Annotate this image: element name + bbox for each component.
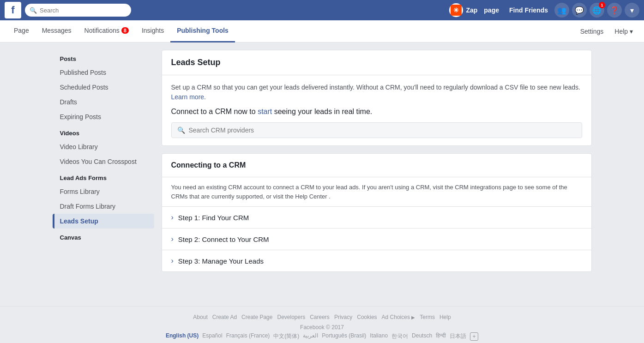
zap-icon: ✳ [453, 6, 459, 14]
user-name-label: Zap [466, 6, 477, 14]
crm-search-input[interactable] [189, 126, 576, 134]
footer-lang-hindi[interactable]: हिन्दी [436, 332, 446, 341]
chevron-down-icon: ▾ [630, 6, 634, 15]
crm-search-icon: 🔍 [177, 126, 185, 134]
help-icon: ❓ [610, 6, 619, 15]
footer-lang-english[interactable]: English (US) [166, 332, 199, 341]
crm-search-container[interactable]: 🔍 [171, 122, 582, 138]
globe-badge: 1 [599, 2, 605, 8]
footer-help-link[interactable]: Help [439, 314, 451, 320]
step3-chevron-icon: › [171, 257, 174, 265]
main-layout: Posts Published Posts Scheduled Posts Dr… [45, 42, 599, 306]
top-bar-right: ✳ Zap page Find Friends 👥 💬 🌐 1 ❓ ▾ [449, 3, 639, 18]
step2-row[interactable]: › Step 2: Connect to Your CRM [162, 229, 591, 250]
leads-setup-description: Set up a CRM so that you can get your le… [171, 83, 582, 102]
crm-integrations-link[interactable]: CRM integrations page [455, 184, 516, 191]
help-link[interactable]: Help ▾ [611, 28, 637, 35]
leads-setup-body: Set up a CRM so that you can get your le… [162, 75, 591, 145]
settings-link[interactable]: Settings [577, 28, 608, 35]
home-link[interactable]: page [480, 5, 503, 16]
sidebar-item-scheduled-posts[interactable]: Scheduled Posts [53, 80, 154, 95]
learn-more-link[interactable]: Learn more [171, 93, 205, 101]
tab-page[interactable]: Page [7, 20, 36, 42]
footer-ad-choices-link[interactable]: Ad Choices ▶ [382, 314, 415, 320]
connecting-crm-header: Connecting to a CRM [162, 154, 591, 177]
connecting-crm-description: You need an existing CRM account to conn… [162, 177, 591, 207]
secondary-navigation: Page Messages Notifications 8 Insights P… [0, 20, 644, 42]
footer-careers-link[interactable]: Careers [310, 314, 330, 320]
step1-chevron-icon: › [171, 213, 174, 222]
friend-requests-icon: 👥 [557, 6, 566, 15]
footer-lang-portuguese[interactable]: Português (Brasil) [322, 332, 366, 341]
leads-setup-title: Leads Setup [171, 58, 582, 67]
connect-text: Connect to a CRM now to start seeing you… [171, 108, 582, 116]
footer-about-link[interactable]: About [193, 314, 207, 320]
notifications-badge: 8 [121, 27, 129, 34]
step3-row[interactable]: › Step 3: Manage Your Leads [162, 250, 591, 271]
footer-lang-italian[interactable]: Italiano [370, 332, 388, 341]
footer-copyright: Facebook © 2017 [7, 324, 637, 331]
connecting-crm-card: Connecting to a CRM You need an existing… [162, 153, 592, 272]
footer-languages: English (US) Español Français (France) 中… [7, 332, 637, 341]
sidebar-item-forms-library[interactable]: Forms Library [53, 184, 154, 199]
search-bar[interactable]: 🔍 [25, 4, 131, 17]
account-menu-button[interactable]: ▾ [625, 3, 639, 18]
find-friends-link[interactable]: Find Friends [506, 5, 552, 16]
footer-lang-chinese[interactable]: 中文(简体) [273, 332, 299, 341]
sidebar-item-expiring-posts[interactable]: Expiring Posts [53, 109, 154, 124]
footer-privacy-link[interactable]: Privacy [334, 314, 352, 320]
step2-chevron-icon: › [171, 235, 174, 243]
sidebar-item-published-posts[interactable]: Published Posts [53, 65, 154, 80]
notifications-button[interactable]: 🌐 1 [590, 3, 604, 18]
sidebar: Posts Published Posts Scheduled Posts Dr… [53, 50, 154, 299]
search-input[interactable] [40, 7, 126, 14]
friend-requests-button[interactable]: 👥 [554, 3, 569, 18]
footer-lang-german[interactable]: Deutsch [412, 332, 432, 341]
sidebar-section-canvas: Canvas [53, 229, 154, 244]
footer-lang-korean[interactable]: 한국어 [391, 332, 408, 341]
sidebar-section-lead-ads: Lead Ads Forms [53, 169, 154, 184]
footer-terms-link[interactable]: Terms [420, 314, 435, 320]
help-center-link[interactable]: Help Center [295, 193, 327, 200]
step1-row[interactable]: › Step 1: Find Your CRM [162, 207, 591, 229]
user-avatar: ✳ [449, 3, 463, 17]
step1-label: Step 1: Find Your CRM [178, 214, 249, 222]
footer-lang-japanese[interactable]: 日本語 [450, 332, 466, 341]
footer-create-page-link[interactable]: Create Page [241, 314, 272, 320]
top-bar-left: f 🔍 [5, 2, 131, 18]
top-navigation-bar: f 🔍 ✳ Zap page Find Friends 👥 💬 🌐 1 [0, 0, 644, 20]
highlight-start: start [258, 108, 272, 115]
ad-choices-icon: ▶ [411, 315, 415, 320]
sidebar-item-video-library[interactable]: Video Library [53, 139, 154, 154]
search-icon: 🔍 [30, 7, 37, 14]
sidebar-section-posts: Posts [53, 50, 154, 65]
content-area: Leads Setup Set up a CRM so that you can… [162, 50, 592, 299]
footer-add-language-button[interactable]: + [470, 332, 478, 341]
tab-notifications[interactable]: Notifications 8 [78, 20, 135, 42]
leads-setup-card: Leads Setup Set up a CRM so that you can… [162, 50, 592, 146]
sidebar-item-videos-crosspost[interactable]: Videos You Can Crosspost [53, 154, 154, 169]
tab-publishing-tools[interactable]: Publishing Tools [170, 20, 235, 42]
messages-icon: 💬 [575, 6, 584, 15]
footer-lang-arabic[interactable]: العربية [303, 332, 318, 341]
user-profile-button[interactable]: ✳ Zap [449, 3, 477, 17]
secondary-nav-items: Page Messages Notifications 8 Insights P… [7, 20, 577, 42]
page-footer: About Create Ad Create Page Developers C… [0, 306, 644, 343]
step2-label: Step 2: Connect to Your CRM [178, 235, 269, 243]
leads-setup-header: Leads Setup [162, 50, 591, 75]
footer-lang-espanol[interactable]: Español [202, 332, 222, 341]
step3-label: Step 3: Manage Your Leads [178, 257, 264, 265]
sidebar-item-draft-forms-library[interactable]: Draft Forms Library [53, 199, 154, 214]
help-button[interactable]: ❓ [607, 3, 622, 18]
footer-create-ad-link[interactable]: Create Ad [212, 314, 237, 320]
footer-lang-french[interactable]: Français (France) [226, 332, 270, 341]
sidebar-item-drafts[interactable]: Drafts [53, 95, 154, 109]
tab-messages[interactable]: Messages [36, 20, 78, 42]
footer-cookies-link[interactable]: Cookies [357, 314, 377, 320]
tab-insights[interactable]: Insights [135, 20, 170, 42]
connecting-crm-title: Connecting to a CRM [171, 161, 582, 169]
footer-developers-link[interactable]: Developers [277, 314, 305, 320]
sidebar-item-leads-setup[interactable]: Leads Setup [53, 214, 154, 229]
facebook-logo[interactable]: f [5, 2, 21, 18]
messages-button[interactable]: 💬 [572, 3, 587, 18]
